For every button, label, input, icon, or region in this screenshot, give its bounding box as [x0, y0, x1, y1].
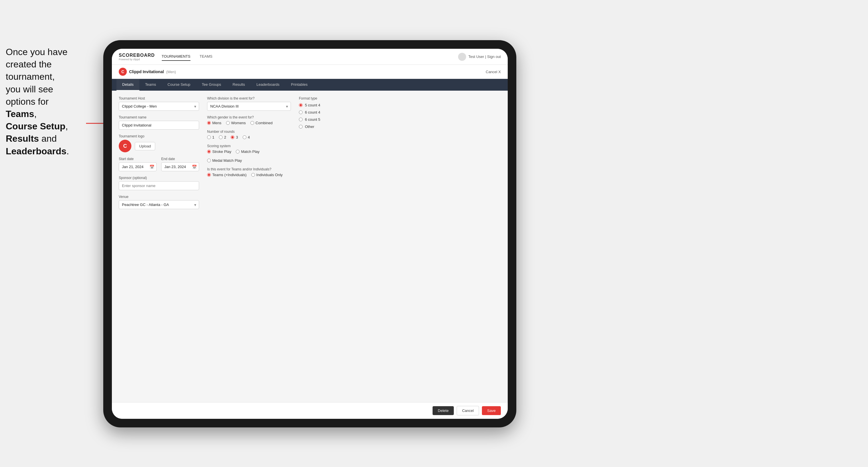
individuals-only[interactable]: Individuals Only [251, 173, 283, 177]
nav-teams[interactable]: TEAMS [199, 53, 213, 61]
format-6count5[interactable]: 6 count 5 [299, 117, 501, 122]
action-bar: Delete Cancel Save [112, 402, 508, 419]
cancel-button[interactable]: Cancel [457, 406, 479, 415]
tab-leaderboards[interactable]: Leaderboards [251, 79, 285, 91]
division-label: Which division is the event for? [207, 96, 291, 100]
tab-course-setup[interactable]: Course Setup [162, 79, 196, 91]
sponsor-input[interactable] [119, 181, 199, 190]
end-date-label: End date [161, 157, 199, 161]
teams-individuals-radio-group: Teams (+Individuals) Individuals Only [207, 173, 291, 177]
content-area: Tournament Host Clippd College - Men Tou… [112, 91, 508, 402]
rounds-1[interactable]: 1 [207, 135, 214, 139]
individuals-only-label: Individuals Only [256, 173, 283, 177]
date-row: Start date 📅 End date 📅 [119, 157, 199, 171]
scoring-match-label: Match Play [241, 150, 259, 154]
logo-powered: Powered by clippd [119, 58, 155, 61]
tournament-name-group: Tournament name [119, 115, 199, 130]
nav-tournaments[interactable]: TOURNAMENTS [162, 53, 190, 61]
rounds-2-label: 2 [224, 135, 226, 139]
user-avatar [458, 53, 466, 61]
rounds-radio-group: 1 2 3 [207, 135, 291, 139]
end-date-icon: 📅 [192, 165, 197, 169]
end-date-wrap: 📅 [161, 162, 199, 171]
scoring-radio-group: Stroke Play Match Play Medal Match Play [207, 150, 291, 163]
tournament-host-group: Tournament Host Clippd College - Men [119, 96, 199, 111]
col-mid: Which division is the event for? NCAA Di… [199, 96, 291, 397]
tournament-host-select-wrap: Clippd College - Men [119, 102, 199, 111]
rounds-1-label: 1 [212, 135, 214, 139]
logo-area: SCOREBOARD Powered by clippd [119, 53, 155, 61]
format-6count4[interactable]: 6 count 4 [299, 110, 501, 115]
sponsor-group: Sponsor (optional) [119, 176, 199, 190]
start-date-label: Start date [119, 157, 157, 161]
tournament-name-label: Tournament name [119, 115, 199, 119]
logo-circle: C [119, 140, 131, 152]
format-6count4-label: 6 count 4 [305, 110, 320, 115]
tournament-name: Clippd Invitational [129, 69, 164, 74]
tab-printables[interactable]: Printables [285, 79, 313, 91]
gender-mens-label: Mens [212, 121, 221, 125]
end-date-group: End date 📅 [161, 157, 199, 171]
tournament-host-label: Tournament Host [119, 96, 199, 100]
tournament-host-select[interactable]: Clippd College - Men [119, 102, 199, 111]
format-5count4[interactable]: 5 count 4 [299, 103, 501, 107]
tournament-logo-group: Tournament logo C Upload [119, 134, 199, 152]
tab-tee-groups[interactable]: Tee Groups [196, 79, 227, 91]
format-5count4-label: 5 count 4 [305, 103, 320, 107]
venue-group: Venue Peachtree GC - Atlanta - GA [119, 195, 199, 209]
tab-results[interactable]: Results [227, 79, 251, 91]
rounds-label: Number of rounds [207, 130, 291, 134]
gender-mens[interactable]: Mens [207, 121, 221, 125]
tournament-icon: C [119, 68, 127, 76]
tablet-frame: SCOREBOARD Powered by clippd TOURNAMENTS… [103, 40, 516, 428]
rounds-3[interactable]: 3 [230, 135, 238, 139]
venue-select-wrap: Peachtree GC - Atlanta - GA [119, 200, 199, 209]
tab-details[interactable]: Details [117, 79, 140, 91]
venue-select[interactable]: Peachtree GC - Atlanta - GA [119, 200, 199, 209]
division-group: Which division is the event for? NCAA Di… [207, 96, 291, 111]
cancel-button-top[interactable]: Cancel X [486, 70, 501, 74]
scoring-match[interactable]: Match Play [236, 150, 259, 154]
rounds-2[interactable]: 2 [219, 135, 226, 139]
format-other[interactable]: Other [299, 124, 501, 129]
rounds-4-label: 4 [248, 135, 250, 139]
tournament-logo-label: Tournament logo [119, 134, 199, 138]
main-nav: TOURNAMENTS TEAMS [162, 53, 213, 61]
sponsor-label: Sponsor (optional) [119, 176, 199, 180]
form-columns: Tournament Host Clippd College - Men Tou… [112, 91, 508, 402]
gender-womens[interactable]: Womens [226, 121, 246, 125]
gender-radio-group: Mens Womens Combined [207, 121, 291, 125]
scoring-stroke[interactable]: Stroke Play [207, 150, 231, 154]
gender-combined[interactable]: Combined [250, 121, 273, 125]
logo-upload-area: C Upload [119, 140, 199, 152]
gender-group: Which gender is the event for? Mens Wome… [207, 115, 291, 125]
tournament-type: (Men) [166, 70, 176, 74]
teams-individuals-label: Is this event for Teams and/or Individua… [207, 167, 291, 171]
start-date-group: Start date 📅 [119, 157, 157, 171]
start-date-icon: 📅 [150, 165, 154, 169]
format-6count5-label: 6 count 5 [305, 117, 320, 122]
teams-plus-individuals[interactable]: Teams (+Individuals) [207, 173, 247, 177]
delete-button[interactable]: Delete [433, 406, 454, 415]
upload-button[interactable]: Upload [135, 142, 155, 150]
tab-teams[interactable]: Teams [140, 79, 162, 91]
gender-womens-label: Womens [231, 121, 246, 125]
breadcrumb-bar: C Clippd Invitational (Men) Cancel X [112, 65, 508, 79]
tablet-screen: SCOREBOARD Powered by clippd TOURNAMENTS… [112, 49, 508, 419]
instruction-line: Once you havecreated thetournament,you w… [6, 47, 69, 156]
tournament-name-input[interactable] [119, 121, 199, 130]
rounds-4[interactable]: 4 [243, 135, 250, 139]
scoring-medal[interactable]: Medal Match Play [207, 158, 242, 163]
start-date-wrap: 📅 [119, 162, 157, 171]
division-select-wrap: NCAA Division III [207, 102, 291, 111]
format-type-options: 5 count 4 6 count 4 6 count 5 [299, 103, 501, 129]
division-select[interactable]: NCAA Division III [207, 102, 291, 111]
format-type-label: Format type [299, 96, 501, 100]
tab-bar: Details Teams Course Setup Tee Groups Re… [112, 79, 508, 91]
rounds-3-label: 3 [236, 135, 238, 139]
scoring-label: Scoring system [207, 144, 291, 148]
teams-individuals-group: Is this event for Teams and/or Individua… [207, 167, 291, 177]
teams-plus-label: Teams (+Individuals) [212, 173, 247, 177]
user-text[interactable]: Test User | Sign out [468, 55, 501, 59]
save-button[interactable]: Save [482, 406, 501, 415]
